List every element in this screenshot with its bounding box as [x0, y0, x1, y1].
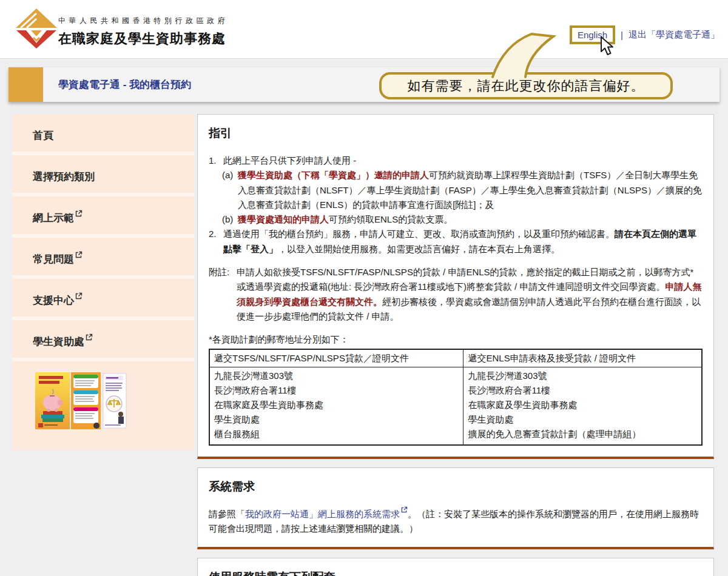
table-header-left: 遞交TSFS/NLSFT/FASP/NLSPS貸款／證明文件: [209, 349, 463, 367]
external-link-icon: [86, 332, 93, 344]
gov-one-stop-link[interactable]: 我的政府一站通」網上服務的系統需求: [245, 509, 400, 519]
guide-note: 附註: 申請人如欲接受TSFS/NLSFT/FASP/NLSPS的貸款 / 申請…: [209, 265, 703, 324]
list-number: 1.: [209, 153, 223, 168]
sidebar-item-label: 網上示範: [33, 212, 74, 224]
highlight-red-text: 獲學生資助處（下稱「學資處」）邀請的申請人: [238, 170, 429, 180]
mailing-address-table: 遞交TSFS/NLSFT/FASP/NLSPS貸款／證明文件 遞交ENLS申請表…: [209, 349, 703, 446]
body-text: 通過使用「我的櫃台預約」服務，申請人可建立、更改、取消或查詢預約，以及重印預約確…: [223, 229, 615, 239]
system-requirements-text: 請參照「我的政府一站通」網上服務的系統需求。（註：安裝了某些版本的操作系統和瀏覽…: [209, 507, 703, 537]
body-text: 可預約領取ENLS的貸款支票。: [329, 214, 453, 224]
address-cell-right: 九龍長沙灣道303號 長沙灣政府合署11樓 在職家庭及學生資助事務處 學生資助處…: [463, 367, 702, 445]
list-letter: (a): [222, 168, 238, 212]
sidebar-item-online-demo[interactable]: 網上示範: [12, 196, 194, 238]
sidebar-item-label: 首頁: [33, 130, 53, 141]
external-link-icon: [75, 290, 83, 303]
body-text: ，以登入並開始使用服務。如需更改語言偏好，請在本頁右上角選擇。: [278, 244, 560, 254]
note-label: 附註:: [209, 265, 237, 324]
body-text: 申請人如欲接受TSFS/NLSFT/FASP/NLSPS的貸款 / 申請ENLS…: [237, 267, 693, 292]
list-number: 2.: [209, 227, 223, 256]
brand-text: 中華人民共和國香港特別行政區政府 在職家庭及學生資助事務處: [58, 16, 228, 48]
address-cell-left: 九龍長沙灣道303號 長沙灣政府合署11樓 在職家庭及學生資助事務處 學生資助處…: [209, 367, 463, 445]
guide-card: 指引 1. 此網上平台只供下列申請人使用 - (a) 獲學生資助處（下稱「學資處…: [197, 114, 714, 459]
sidebar-item-faq[interactable]: 常見問題: [12, 238, 194, 279]
external-link-icon: [401, 503, 408, 517]
body-text: 請參照「: [209, 509, 245, 519]
sidebar-item-label: 學生資助處: [33, 336, 84, 347]
logout-link[interactable]: 退出「學資處電子通」: [629, 29, 720, 41]
table-row: 九龍長沙灣道303號 長沙灣政府合署11樓 在職家庭及學生資助事務處 學生資助處…: [209, 367, 702, 445]
mouse-cursor-icon: [599, 36, 615, 59]
required-software-heading: 使用服務時需有下列配套: [209, 569, 703, 576]
page-header: 中華人民共和國香港特別行政區政府 在職家庭及學生資助事務處 English | …: [0, 0, 728, 59]
table-intro: *各資助計劃的郵寄地址分別如下：: [209, 332, 703, 347]
title-accent-block: [8, 67, 43, 102]
top-links: English | 退出「學資處電子通」: [570, 25, 720, 44]
external-link-icon: [75, 208, 83, 220]
guide-heading: 指引: [209, 126, 703, 141]
sidebar-item-support-centre[interactable]: 支援中心: [12, 279, 194, 320]
required-software-card: 使用服務時需有下列配套 Adobe Reader 7 或以上版本 用以正確顯示及…: [197, 558, 714, 576]
guide-item-1b: (b) 獲學資處通知的申請人可預約領取ENLS的貸款支票。: [222, 212, 703, 227]
guide-item-1: 1. 此網上平台只供下列申請人使用 -: [209, 153, 703, 168]
links-separator: |: [621, 30, 623, 40]
table-header-right: 遞交ENLS申請表格及接受貸款 / 證明文件: [463, 349, 702, 367]
list-letter: (b): [222, 212, 238, 227]
guide-item-1a-text: 獲學生資助處（下稱「學資處」）邀請的申請人可預約就資助專上課程學生資助計劃（TS…: [238, 168, 703, 212]
sidebar-item-home[interactable]: 首頁: [12, 114, 194, 155]
sidebar-item-label: 支援中心: [33, 295, 74, 306]
leaflet-promo-banner[interactable]: [12, 361, 194, 450]
sidebar-item-sfo[interactable]: 學生資助處: [12, 320, 194, 361]
sidebar-item-select-booking-type[interactable]: 選擇預約類別: [12, 155, 194, 196]
system-requirements-heading: 系統需求: [209, 479, 703, 495]
guide-item-2: 2. 通過使用「我的櫃台預約」服務，申請人可建立、更改、取消或查詢預約，以及重印…: [209, 227, 703, 256]
guide-item-1-intro: 此網上平台只供下列申請人使用 -: [223, 153, 356, 168]
external-link-icon: [75, 249, 83, 261]
sidebar-item-label: 常見問題: [33, 253, 74, 265]
guide-item-1b-text: 獲學資處通知的申請人可預約領取ENLS的貸款支票。: [238, 212, 453, 227]
callout-tail: [479, 30, 576, 81]
government-line: 中華人民共和國香港特別行政區政府: [58, 16, 228, 26]
system-requirements-card: 系統需求 請參照「我的政府一站通」網上服務的系統需求。（註：安裝了某些版本的操作…: [197, 467, 714, 550]
guide-note-text: 申請人如欲接受TSFS/NLSFT/FASP/NLSPS的貸款 / 申請ENLS…: [237, 265, 703, 324]
agency-name: 在職家庭及學生資助事務處: [58, 30, 228, 48]
sidebar-item-label: 選擇預約類別: [33, 171, 95, 183]
sidebar-nav: 首頁 選擇預約類別 網上示範 常見問題 支援中心 學生資助處: [12, 114, 194, 450]
main-content: 指引 1. 此網上平台只供下列申請人使用 - (a) 獲學生資助處（下稱「學資處…: [197, 114, 714, 576]
agency-logo: [15, 8, 58, 52]
guide-item-1a: (a) 獲學生資助處（下稱「學資處」）邀請的申請人可預約就資助專上課程學生資助計…: [222, 168, 703, 212]
guide-item-2-text: 通過使用「我的櫃台預約」服務，申請人可建立、更改、取消或查詢預約，以及重印預約確…: [223, 227, 703, 256]
highlight-red-text: 獲學資處通知的申請人: [238, 214, 329, 224]
